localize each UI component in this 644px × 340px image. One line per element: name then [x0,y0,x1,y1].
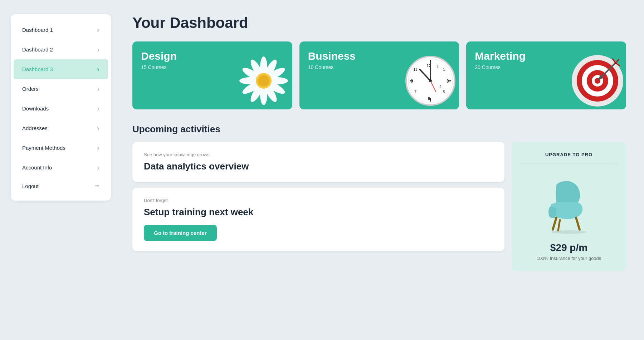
category-subtitle-design: 15 Courses [141,64,284,70]
sidebar-item-dashboard1[interactable]: Dashboard 1› [14,20,108,40]
svg-point-48 [551,230,587,234]
page-title: Your Dashboard [132,14,626,31]
upcoming-section-title: Upcoming activities [132,124,626,135]
category-subtitle-marketing: 20 Courses [475,64,618,70]
activity-card-2: Don't forget Setup training next week Go… [132,188,504,251]
sidebar-item-label-dashboard2: Dashboard 2 [22,46,53,53]
activity-title-2: Setup training next week [144,207,493,218]
chair-illustration [537,171,601,235]
sidebar-item-downloads[interactable]: Downloads› [14,99,108,118]
go-to-training-button[interactable]: Go to training center [144,225,217,241]
activity-subtitle-1: See how your knowledge grows [144,152,493,157]
sidebar-item-chevron-dashboard2: › [97,45,99,54]
sidebar-item-account-info[interactable]: Account Info› [14,158,108,177]
activity-card-1: See how your knowledge grows Data analyt… [132,142,504,182]
sidebar-item-chevron-account-info: › [97,163,99,172]
category-subtitle-business: 10 Courses [308,64,451,70]
upcoming-grid: See how your knowledge grows Data analyt… [132,142,626,271]
sidebar-item-payment-methods[interactable]: Payment Methods› [14,138,108,158]
category-title-design: Design [141,50,284,62]
sidebar-item-addresses[interactable]: Addresses› [14,118,108,138]
activity-title-1: Data analytics overview [144,161,493,172]
sidebar-item-chevron-addresses: › [97,124,99,132]
upgrade-description: 100% Insurance for your goods [537,256,601,261]
upgrade-divider [520,163,618,163]
sidebar-item-logout[interactable]: Logout⮕ [14,177,108,195]
category-card-marketing[interactable]: Marketing 20 Courses [466,41,626,109]
sidebar-item-chevron-dashboard3: › [97,65,99,73]
upgrade-label: UPGRADE TO PRO [545,152,592,157]
category-title-marketing: Marketing [475,50,618,62]
sidebar-item-label-account-info: Account Info [22,164,52,171]
sidebar-item-chevron-orders: › [97,85,99,93]
sidebar-item-orders[interactable]: Orders› [14,79,108,99]
upgrade-price: $29 p/m [550,242,587,253]
svg-line-45 [553,218,556,230]
sidebar-item-label-payment-methods: Payment Methods [22,145,65,151]
svg-text:3: 3 [447,79,449,84]
sidebar-item-dashboard2[interactable]: Dashboard 2› [14,40,108,59]
category-title-business: Business [308,50,451,62]
sidebar-item-chevron-logout: ⮕ [95,183,99,189]
main-content: Your Dashboard Design 15 Courses [125,11,633,275]
sidebar-item-label-dashboard3: Dashboard 3 [22,66,53,72]
svg-text:6: 6 [428,96,430,101]
svg-line-47 [558,220,560,231]
svg-text:5: 5 [443,90,445,94]
sidebar-nav: Dashboard 1›Dashboard 2›Dashboard 3›Orde… [11,20,111,195]
sidebar-item-label-addresses: Addresses [22,125,48,131]
category-card-design[interactable]: Design 15 Courses [132,41,292,109]
sidebar-item-chevron-dashboard1: › [97,26,99,34]
sidebar-item-label-orders: Orders [22,86,39,92]
svg-line-46 [576,218,580,230]
activity-subtitle-2: Don't forget [144,198,493,203]
sidebar: Dashboard 1›Dashboard 2›Dashboard 3›Orde… [11,14,111,201]
svg-point-33 [429,79,432,82]
sidebar-item-dashboard3[interactable]: Dashboard 3› [14,59,108,79]
category-card-business[interactable]: Business 10 Courses 12 3 6 9 1 [299,41,459,109]
category-cards-section: Design 15 Courses [132,41,626,109]
svg-point-13 [258,75,269,87]
sidebar-item-label-logout: Logout [22,183,39,189]
sidebar-item-chevron-payment-methods: › [97,144,99,152]
svg-text:7: 7 [415,90,417,94]
sidebar-item-chevron-downloads: › [97,104,99,113]
svg-text:9: 9 [411,79,413,84]
upgrade-card[interactable]: UPGRADE TO PRO [512,142,626,271]
sidebar-item-label-downloads: Downloads [22,105,49,112]
activities-column: See how your knowledge grows Data analyt… [132,142,504,271]
sidebar-item-label-dashboard1: Dashboard 1 [22,27,53,33]
svg-text:4: 4 [440,85,442,89]
